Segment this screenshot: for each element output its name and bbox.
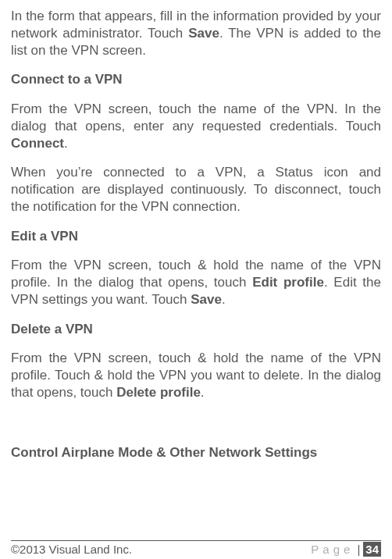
footer-page-label: Page	[311, 542, 354, 557]
footer-page-sep: |	[357, 542, 360, 557]
heading-connect-vpn: Connect to a VPN	[11, 71, 381, 88]
bold-delete-profile: Delete profile	[116, 385, 201, 400]
bold-save: Save	[188, 26, 219, 41]
bold-edit-profile: Edit profile	[252, 275, 324, 290]
heading-edit-vpn: Edit a VPN	[11, 228, 381, 245]
text: .	[201, 385, 205, 400]
page-footer: ©2013 Visual Land Inc. Page | 34	[11, 540, 381, 557]
paragraph-connect-2: When you’re connected to a VPN, a Status…	[11, 164, 381, 215]
paragraph-intro: In the form that appears, fill in the in…	[11, 8, 381, 59]
heading-airplane-mode: Control Airplane Mode & Other Network Se…	[11, 444, 381, 461]
footer-page: Page | 34	[311, 542, 381, 557]
paragraph-delete: From the VPN screen, touch & hold the na…	[11, 350, 381, 401]
paragraph-connect-1: From the VPN screen, touch the name of t…	[11, 101, 381, 151]
bold-connect: Connect	[11, 136, 64, 151]
footer-copyright: ©2013 Visual Land Inc.	[11, 542, 132, 557]
paragraph-edit: From the VPN screen, touch & hold the na…	[11, 257, 381, 308]
text: .	[222, 292, 226, 307]
heading-delete-vpn: Delete a VPN	[11, 321, 381, 338]
text: From the VPN screen, touch the name of t…	[11, 101, 381, 134]
footer-page-number: 34	[363, 542, 381, 557]
text: .	[64, 136, 68, 151]
bold-save-2: Save	[191, 292, 222, 307]
